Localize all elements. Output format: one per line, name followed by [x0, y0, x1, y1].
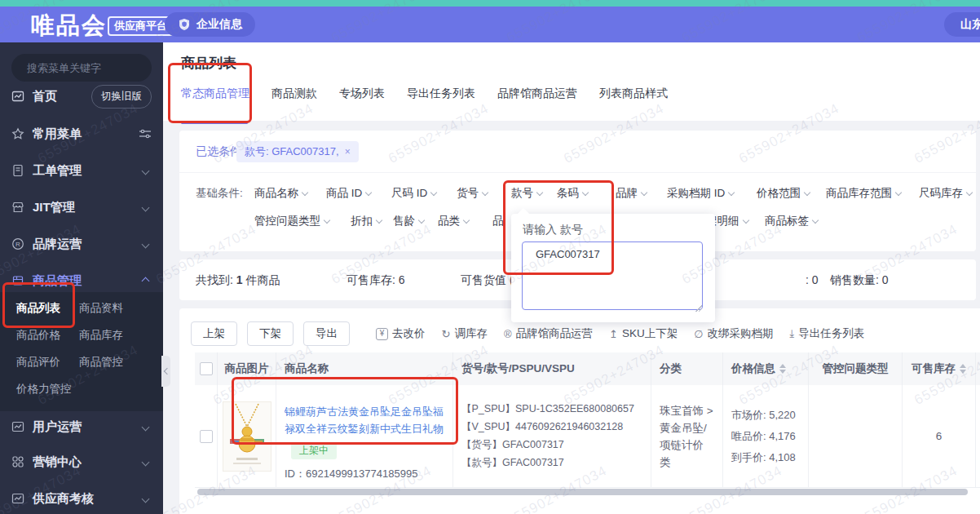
style-no-input[interactable]: GFAC007317	[522, 241, 703, 310]
row-checkbox[interactable]	[200, 430, 213, 443]
stat-found-count: 1	[236, 273, 243, 286]
sidebar-item-workorder[interactable]: 工单管理	[0, 157, 163, 184]
sidebar-item-product-mgmt[interactable]: 商品管理	[0, 267, 163, 295]
collapse-arrow-icon	[163, 368, 170, 374]
table-row: 锦鲤葫芦古法黄金吊坠足金吊坠福禄双全祥云纹錾刻新中式生日礼物 上架中 ID：69…	[195, 385, 980, 488]
tab-product-testing[interactable]: 商品测款	[271, 86, 317, 104]
product-image[interactable]	[223, 401, 271, 472]
selected-filter-tag[interactable]: 款号: GFAC007317, ×	[236, 141, 359, 162]
submenu-item-product-stock[interactable]: 商品库存	[79, 326, 123, 345]
style-no-filter-popup: 请输入 款号 GFAC007317	[511, 214, 715, 322]
tab-special-list[interactable]: 专场列表	[339, 86, 385, 104]
filter-size-stock[interactable]: 尺码库存	[919, 186, 972, 201]
sidebar-item-home[interactable]: 首页 切换旧版	[0, 82, 163, 110]
search-input[interactable]	[25, 61, 172, 75]
sidebar-item-label: 首页	[33, 89, 57, 104]
submenu-item-product-price[interactable]: 商品价格	[16, 326, 60, 345]
switch-old-version-button[interactable]: 切换旧版	[91, 85, 152, 109]
filter-partially-hidden-left[interactable]: 品	[492, 214, 504, 228]
filter-brand[interactable]: 品牌	[616, 186, 647, 201]
sidebar-item-label: 用户运营	[33, 419, 82, 435]
sidebar-item-user-ops[interactable]: 用户运营	[0, 413, 163, 441]
status-badge: 上架中	[291, 442, 337, 459]
chevron-down-icon	[142, 423, 150, 431]
sidebar-item-jit[interactable]: JIT管理	[0, 193, 163, 221]
sidebar-item-label: 商品管理	[33, 273, 82, 289]
page-header: 商品列表 常态商品管理 商品测款 专场列表 导出任务列表 品牌馆商品运营 列表商…	[163, 42, 980, 121]
filter-style-no[interactable]: 款号	[511, 186, 542, 201]
filter-stock-range[interactable]: 商品库存范围	[826, 186, 901, 201]
rebind-schedule-link[interactable]: ∅改绑采购档期	[694, 326, 773, 341]
stat-sellable-stock: 可售库存: 6	[347, 273, 405, 288]
tab-export-tasks[interactable]: 导出任务列表	[407, 86, 475, 104]
sort-icon[interactable]	[960, 364, 966, 374]
adjust-stock-link[interactable]: ↻调库存	[442, 326, 488, 341]
sidebar-item-brand-ops[interactable]: R 品牌运营	[0, 230, 163, 258]
filter-product-id[interactable]: 商品 ID	[326, 186, 371, 201]
upload-icon: ↥	[609, 328, 618, 340]
sidebar-item-supplier-assessment[interactable]: 供应商考核	[0, 485, 163, 512]
tab-brand-hall-ops[interactable]: 品牌馆商品运营	[497, 86, 577, 104]
market-price: 市场价: 5,220	[731, 408, 796, 423]
export-task-list-link[interactable]: ⤓导出任务列表	[790, 326, 865, 341]
submenu-item-price-power[interactable]: 价格力管控	[16, 379, 72, 399]
delist-button[interactable]: 下架	[247, 321, 294, 346]
sort-icon[interactable]	[779, 364, 786, 374]
filter-article-no[interactable]: 货号	[457, 186, 488, 201]
product-name-link[interactable]: 锦鲤葫芦古法黄金吊坠足金吊坠福禄双全祥云纹錾刻新中式生日礼物	[285, 403, 449, 437]
sku-list-delist-link[interactable]: ↥SKU上下架	[609, 326, 678, 341]
select-all-checkbox[interactable]	[200, 362, 213, 375]
export-button[interactable]: 导出	[303, 321, 350, 346]
filter-size-id[interactable]: 尺码 ID	[391, 186, 436, 201]
col-control-type: 管控问题类型	[809, 352, 903, 385]
filter-product-name[interactable]: 商品名称	[254, 186, 307, 201]
filter-control-issue-type[interactable]: 管控问题类型	[254, 214, 329, 228]
tag-close-icon[interactable]: ×	[345, 146, 351, 157]
horizontal-scrollbar[interactable]	[197, 489, 968, 495]
sidebar-search[interactable]	[11, 54, 152, 82]
filter-barcode[interactable]: 条码	[557, 186, 588, 201]
filter-purchase-schedule-id[interactable]: 采购档期 ID	[667, 186, 734, 201]
col-sellable-stock[interactable]: 可售库存	[903, 352, 976, 385]
stock-cell: 6	[903, 385, 976, 487]
chevron-down-icon	[365, 189, 372, 196]
brand-hall-ops-link[interactable]: ®品牌馆商品运营	[504, 326, 593, 341]
vip-price: 唯品价: 4,176	[731, 429, 796, 444]
price-list: 市场价: 5,220 唯品价: 4,176 到手价: 4,108	[731, 408, 796, 465]
sidebar-item-frequent-menu[interactable]: 常用菜单	[0, 120, 163, 148]
filter-price-range[interactable]: 价格范围	[757, 186, 810, 201]
package-icon	[11, 274, 24, 287]
sidebar-collapse-handle[interactable]	[161, 356, 170, 387]
sidebar-item-label: 常用菜单	[33, 126, 82, 142]
chevron-down-icon	[463, 217, 470, 224]
chevron-down-icon	[536, 189, 543, 196]
col-codes: 货号/款号/PSPU/VSPU	[453, 352, 651, 385]
account-label: 山东	[960, 17, 980, 32]
filter-discount[interactable]: 折扣	[351, 214, 382, 228]
tab-list-style[interactable]: 列表商品样式	[599, 86, 668, 104]
sliders-icon[interactable]	[139, 128, 152, 140]
enterprise-info-button[interactable]: 企业信息	[165, 12, 255, 37]
filter-sale-age[interactable]: 售龄	[393, 214, 424, 228]
category-text: 珠宝首饰 > 黄金吊坠/项链计价类	[660, 402, 714, 471]
account-pill[interactable]: 山东	[944, 12, 980, 37]
submenu-item-product-control[interactable]: 商品管控	[79, 352, 123, 372]
store-icon	[11, 201, 24, 214]
enterprise-info-label: 企业信息	[196, 17, 242, 32]
app: 唯品会 供应商平台 企业信息 山东 首页 切换旧版 常用菜单 工单管理	[0, 0, 980, 514]
col-product-name: 商品名称	[276, 352, 453, 385]
filter-category[interactable]: 品类	[438, 214, 469, 228]
col-price-info[interactable]: 价格信息	[723, 352, 809, 385]
sidebar-submenu: 商品列表 商品资料 商品价格 商品库存 商品评价 商品管控 价格力管控	[0, 292, 163, 411]
submenu-item-product-list[interactable]: 商品列表	[16, 299, 60, 318]
filter-product-tag[interactable]: 商品标签	[765, 214, 818, 228]
submenu-item-product-review[interactable]: 商品评价	[16, 352, 60, 372]
submenu-item-product-data[interactable]: 商品资料	[79, 299, 123, 318]
sidebar-item-label: 工单管理	[33, 163, 82, 179]
tab-normal-product-mgmt[interactable]: 常态商品管理	[181, 86, 249, 104]
table-header: 商品图片 商品名称 货号/款号/PSPU/VSPU 分类 价格信息 管控问题类型…	[195, 352, 980, 385]
change-price-link[interactable]: ¥去改价	[376, 326, 426, 341]
chevron-down-icon	[742, 217, 748, 224]
sidebar-item-marketing[interactable]: 营销中心	[0, 448, 163, 476]
list-button[interactable]: 上架	[191, 321, 237, 346]
